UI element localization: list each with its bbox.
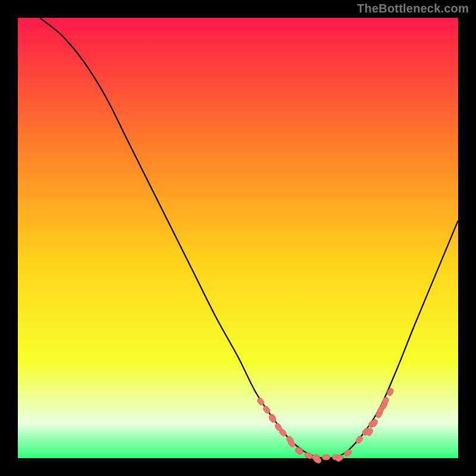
watermark-text: TheBottleneck.com [357,2,469,15]
bottleneck-plot [0,0,476,476]
curve-marker [322,455,330,460]
chart-stage: TheBottleneck.com [0,0,476,476]
curve-marker [312,455,320,460]
